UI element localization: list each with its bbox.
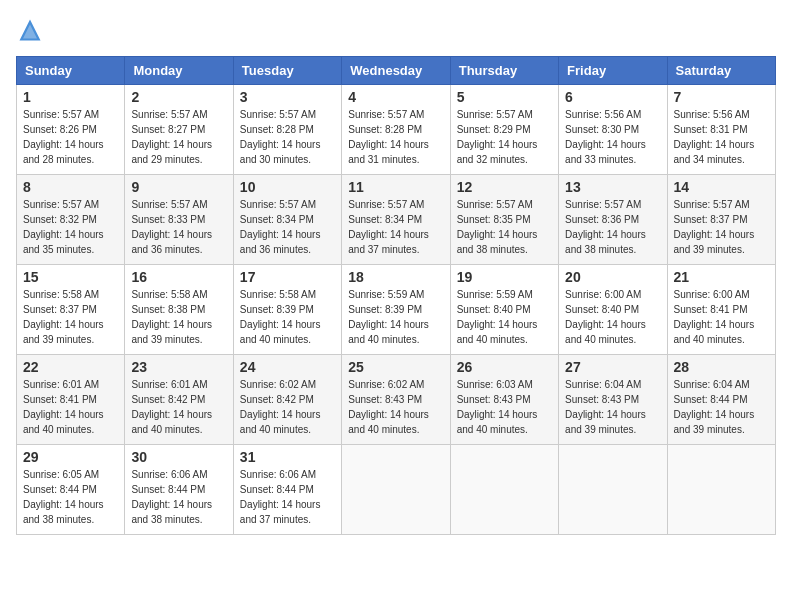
day-number: 18 xyxy=(348,269,443,285)
day-info: Sunrise: 6:04 AM Sunset: 8:44 PM Dayligh… xyxy=(674,377,769,437)
day-number: 2 xyxy=(131,89,226,105)
logo-icon xyxy=(16,16,44,44)
page-header xyxy=(16,16,776,44)
day-info: Sunrise: 6:02 AM Sunset: 8:43 PM Dayligh… xyxy=(348,377,443,437)
calendar-cell: 28 Sunrise: 6:04 AM Sunset: 8:44 PM Dayl… xyxy=(667,355,775,445)
calendar-cell: 11 Sunrise: 5:57 AM Sunset: 8:34 PM Dayl… xyxy=(342,175,450,265)
weekday-header-monday: Monday xyxy=(125,57,233,85)
day-info: Sunrise: 5:57 AM Sunset: 8:28 PM Dayligh… xyxy=(348,107,443,167)
day-number: 4 xyxy=(348,89,443,105)
calendar-body: 1 Sunrise: 5:57 AM Sunset: 8:26 PM Dayli… xyxy=(17,85,776,535)
day-number: 16 xyxy=(131,269,226,285)
day-info: Sunrise: 5:57 AM Sunset: 8:33 PM Dayligh… xyxy=(131,197,226,257)
calendar-week-4: 22 Sunrise: 6:01 AM Sunset: 8:41 PM Dayl… xyxy=(17,355,776,445)
day-info: Sunrise: 5:57 AM Sunset: 8:34 PM Dayligh… xyxy=(348,197,443,257)
weekday-header-saturday: Saturday xyxy=(667,57,775,85)
day-number: 17 xyxy=(240,269,335,285)
day-number: 28 xyxy=(674,359,769,375)
day-number: 11 xyxy=(348,179,443,195)
day-info: Sunrise: 5:57 AM Sunset: 8:26 PM Dayligh… xyxy=(23,107,118,167)
day-number: 25 xyxy=(348,359,443,375)
calendar-cell: 10 Sunrise: 5:57 AM Sunset: 8:34 PM Dayl… xyxy=(233,175,341,265)
day-number: 3 xyxy=(240,89,335,105)
day-number: 31 xyxy=(240,449,335,465)
day-number: 19 xyxy=(457,269,552,285)
day-number: 26 xyxy=(457,359,552,375)
day-number: 14 xyxy=(674,179,769,195)
weekday-header-row: SundayMondayTuesdayWednesdayThursdayFrid… xyxy=(17,57,776,85)
day-number: 30 xyxy=(131,449,226,465)
calendar-cell: 29 Sunrise: 6:05 AM Sunset: 8:44 PM Dayl… xyxy=(17,445,125,535)
day-number: 20 xyxy=(565,269,660,285)
day-number: 12 xyxy=(457,179,552,195)
day-info: Sunrise: 5:58 AM Sunset: 8:38 PM Dayligh… xyxy=(131,287,226,347)
day-info: Sunrise: 6:01 AM Sunset: 8:42 PM Dayligh… xyxy=(131,377,226,437)
day-number: 21 xyxy=(674,269,769,285)
day-number: 7 xyxy=(674,89,769,105)
weekday-header-friday: Friday xyxy=(559,57,667,85)
calendar-cell: 1 Sunrise: 5:57 AM Sunset: 8:26 PM Dayli… xyxy=(17,85,125,175)
day-number: 1 xyxy=(23,89,118,105)
day-info: Sunrise: 5:59 AM Sunset: 8:39 PM Dayligh… xyxy=(348,287,443,347)
day-info: Sunrise: 6:01 AM Sunset: 8:41 PM Dayligh… xyxy=(23,377,118,437)
day-info: Sunrise: 5:56 AM Sunset: 8:31 PM Dayligh… xyxy=(674,107,769,167)
day-info: Sunrise: 5:57 AM Sunset: 8:37 PM Dayligh… xyxy=(674,197,769,257)
calendar-cell: 25 Sunrise: 6:02 AM Sunset: 8:43 PM Dayl… xyxy=(342,355,450,445)
calendar-cell: 18 Sunrise: 5:59 AM Sunset: 8:39 PM Dayl… xyxy=(342,265,450,355)
day-info: Sunrise: 5:57 AM Sunset: 8:34 PM Dayligh… xyxy=(240,197,335,257)
logo xyxy=(16,16,48,44)
day-info: Sunrise: 5:56 AM Sunset: 8:30 PM Dayligh… xyxy=(565,107,660,167)
day-info: Sunrise: 6:04 AM Sunset: 8:43 PM Dayligh… xyxy=(565,377,660,437)
weekday-header-sunday: Sunday xyxy=(17,57,125,85)
day-info: Sunrise: 5:58 AM Sunset: 8:39 PM Dayligh… xyxy=(240,287,335,347)
day-info: Sunrise: 5:59 AM Sunset: 8:40 PM Dayligh… xyxy=(457,287,552,347)
day-number: 24 xyxy=(240,359,335,375)
day-info: Sunrise: 5:57 AM Sunset: 8:35 PM Dayligh… xyxy=(457,197,552,257)
day-number: 29 xyxy=(23,449,118,465)
calendar-cell: 31 Sunrise: 6:06 AM Sunset: 8:44 PM Dayl… xyxy=(233,445,341,535)
day-info: Sunrise: 6:00 AM Sunset: 8:40 PM Dayligh… xyxy=(565,287,660,347)
day-number: 9 xyxy=(131,179,226,195)
day-info: Sunrise: 5:57 AM Sunset: 8:32 PM Dayligh… xyxy=(23,197,118,257)
day-info: Sunrise: 5:57 AM Sunset: 8:29 PM Dayligh… xyxy=(457,107,552,167)
day-number: 5 xyxy=(457,89,552,105)
calendar-cell: 24 Sunrise: 6:02 AM Sunset: 8:42 PM Dayl… xyxy=(233,355,341,445)
calendar-week-2: 8 Sunrise: 5:57 AM Sunset: 8:32 PM Dayli… xyxy=(17,175,776,265)
calendar-cell: 12 Sunrise: 5:57 AM Sunset: 8:35 PM Dayl… xyxy=(450,175,558,265)
calendar-cell: 15 Sunrise: 5:58 AM Sunset: 8:37 PM Dayl… xyxy=(17,265,125,355)
day-info: Sunrise: 6:06 AM Sunset: 8:44 PM Dayligh… xyxy=(240,467,335,527)
day-number: 6 xyxy=(565,89,660,105)
calendar-cell xyxy=(342,445,450,535)
calendar-cell: 5 Sunrise: 5:57 AM Sunset: 8:29 PM Dayli… xyxy=(450,85,558,175)
day-info: Sunrise: 5:57 AM Sunset: 8:36 PM Dayligh… xyxy=(565,197,660,257)
day-info: Sunrise: 5:58 AM Sunset: 8:37 PM Dayligh… xyxy=(23,287,118,347)
calendar-table: SundayMondayTuesdayWednesdayThursdayFrid… xyxy=(16,56,776,535)
day-info: Sunrise: 6:06 AM Sunset: 8:44 PM Dayligh… xyxy=(131,467,226,527)
calendar-cell: 2 Sunrise: 5:57 AM Sunset: 8:27 PM Dayli… xyxy=(125,85,233,175)
day-info: Sunrise: 6:05 AM Sunset: 8:44 PM Dayligh… xyxy=(23,467,118,527)
calendar-cell: 9 Sunrise: 5:57 AM Sunset: 8:33 PM Dayli… xyxy=(125,175,233,265)
day-info: Sunrise: 6:00 AM Sunset: 8:41 PM Dayligh… xyxy=(674,287,769,347)
day-number: 27 xyxy=(565,359,660,375)
calendar-cell: 26 Sunrise: 6:03 AM Sunset: 8:43 PM Dayl… xyxy=(450,355,558,445)
calendar-cell xyxy=(559,445,667,535)
day-number: 8 xyxy=(23,179,118,195)
day-info: Sunrise: 5:57 AM Sunset: 8:27 PM Dayligh… xyxy=(131,107,226,167)
day-number: 15 xyxy=(23,269,118,285)
calendar-cell xyxy=(667,445,775,535)
calendar-week-5: 29 Sunrise: 6:05 AM Sunset: 8:44 PM Dayl… xyxy=(17,445,776,535)
weekday-header-tuesday: Tuesday xyxy=(233,57,341,85)
calendar-cell: 21 Sunrise: 6:00 AM Sunset: 8:41 PM Dayl… xyxy=(667,265,775,355)
weekday-header-wednesday: Wednesday xyxy=(342,57,450,85)
calendar-cell xyxy=(450,445,558,535)
calendar-week-3: 15 Sunrise: 5:58 AM Sunset: 8:37 PM Dayl… xyxy=(17,265,776,355)
day-number: 23 xyxy=(131,359,226,375)
day-number: 10 xyxy=(240,179,335,195)
calendar-cell: 16 Sunrise: 5:58 AM Sunset: 8:38 PM Dayl… xyxy=(125,265,233,355)
calendar-cell: 22 Sunrise: 6:01 AM Sunset: 8:41 PM Dayl… xyxy=(17,355,125,445)
calendar-cell: 3 Sunrise: 5:57 AM Sunset: 8:28 PM Dayli… xyxy=(233,85,341,175)
calendar-cell: 13 Sunrise: 5:57 AM Sunset: 8:36 PM Dayl… xyxy=(559,175,667,265)
calendar-week-1: 1 Sunrise: 5:57 AM Sunset: 8:26 PM Dayli… xyxy=(17,85,776,175)
day-number: 13 xyxy=(565,179,660,195)
calendar-cell: 8 Sunrise: 5:57 AM Sunset: 8:32 PM Dayli… xyxy=(17,175,125,265)
